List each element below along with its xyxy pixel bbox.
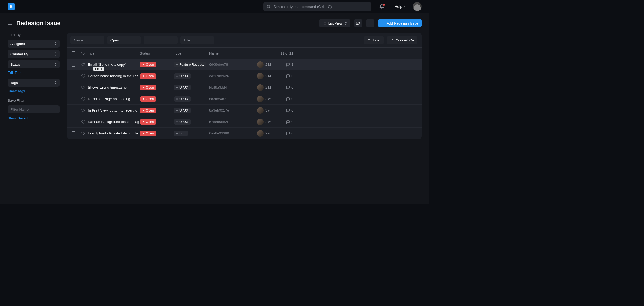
table-row[interactable]: Email "Send me a copy" Open Feature Requ… [67, 59, 422, 70]
type-badge: UI/UX [174, 119, 191, 125]
row-checkbox[interactable] [72, 120, 75, 124]
row-title[interactable]: Kanban Background disable pag [88, 120, 140, 124]
more-horizontal-icon [368, 21, 372, 25]
assignee-avatar[interactable] [257, 61, 264, 68]
row-comments[interactable]: 0 [279, 120, 293, 124]
row-checkbox[interactable] [72, 131, 75, 135]
filter-status-field[interactable]: Open [107, 36, 141, 44]
tags-select[interactable]: Tags [8, 79, 60, 87]
favorite-icon[interactable] [81, 109, 88, 112]
help-menu[interactable]: Help [394, 4, 407, 9]
table-row[interactable]: File Upload - Private File Toggle Open B… [67, 128, 422, 139]
filter-field-3[interactable] [144, 36, 178, 44]
col-name[interactable]: Name [209, 51, 255, 55]
table-row[interactable]: Person name missing in the Lea Open UI/U… [67, 70, 422, 82]
view-selector[interactable]: List View [319, 19, 350, 27]
row-age: 2 M [265, 86, 279, 89]
row-title[interactable]: Shows wrong timestamp [88, 85, 140, 89]
favorite-icon[interactable] [81, 97, 88, 101]
table-row[interactable]: Recorder Page not loading Open UI/UX dd3… [67, 93, 422, 105]
row-title[interactable]: Recorder Page not loading [88, 97, 140, 101]
row-title[interactable]: Email "Send me a copy" [88, 62, 140, 67]
row-title[interactable]: File Upload - Private File Toggle [88, 131, 140, 135]
save-filter-heading: Save Filter [8, 98, 60, 103]
filter-button[interactable]: Filter [364, 36, 384, 44]
col-status[interactable]: Status [140, 51, 174, 55]
row-checkbox[interactable] [72, 86, 75, 89]
sort-button[interactable]: Created On [387, 36, 417, 44]
row-name: 6aa8e93360 [209, 131, 255, 135]
sidebar-toggle-icon[interactable] [8, 21, 13, 26]
filter-heading: Filter By [8, 33, 60, 37]
search-input[interactable] [273, 5, 368, 9]
status-badge: Open [140, 62, 156, 67]
assignee-avatar[interactable] [257, 130, 264, 137]
col-title[interactable]: Title [88, 51, 140, 55]
view-selector-label: List View [328, 21, 342, 25]
add-button[interactable]: Add Redesign Issue [378, 19, 422, 27]
row-name: 6d09efee78 [209, 62, 255, 67]
row-title[interactable]: In Print View, button to revert to [88, 108, 140, 112]
favorite-icon[interactable] [81, 63, 88, 67]
favorite-icon[interactable] [81, 120, 88, 124]
filter-select-label: Created By [10, 52, 28, 56]
assignee-avatar[interactable] [257, 73, 264, 79]
refresh-button[interactable] [354, 19, 362, 27]
row-comments[interactable]: 0 [279, 86, 293, 89]
select-all-checkbox[interactable] [72, 51, 75, 55]
edit-filters-link[interactable]: Edit Filters [8, 71, 60, 75]
favorite-icon[interactable] [81, 86, 88, 89]
filter-name-field[interactable] [70, 36, 104, 44]
user-avatar[interactable] [413, 2, 422, 11]
more-menu-button[interactable] [366, 19, 374, 27]
favorite-column-icon[interactable] [81, 51, 88, 55]
show-saved-link[interactable]: Show Saved [8, 116, 60, 120]
row-title[interactable]: Person name missing in the Lea [88, 74, 140, 78]
add-button-label: Add Redesign Issue [387, 21, 418, 25]
filter-select-assigned-to[interactable]: Assigned To [8, 40, 60, 48]
status-badge: Open [140, 131, 156, 136]
column-filter-bar: Open Filter Created On [67, 33, 422, 47]
assignee-avatar[interactable] [257, 119, 264, 125]
svg-point-12 [370, 23, 370, 23]
show-tags-link[interactable]: Show Tags [8, 89, 60, 93]
row-name: 8a3eb9017e [209, 108, 255, 112]
assignee-avatar[interactable] [257, 84, 264, 91]
notification-dot [383, 4, 385, 6]
table-row[interactable]: In Print View, button to revert to Open … [67, 105, 422, 116]
favorite-icon[interactable] [81, 131, 88, 135]
col-type[interactable]: Type [174, 51, 209, 55]
row-checkbox[interactable] [72, 97, 75, 101]
plus-icon [381, 22, 385, 25]
topbar: E Help [0, 0, 429, 13]
filter-title-field[interactable] [180, 36, 214, 44]
sort-arrows-icon [55, 63, 57, 66]
svg-point-11 [369, 23, 369, 23]
row-checkbox[interactable] [72, 63, 75, 67]
row-age: 2 M [265, 74, 279, 78]
filter-select-status[interactable]: Status [8, 60, 60, 68]
row-checkbox[interactable] [72, 109, 75, 112]
row-comments[interactable]: 0 [279, 131, 293, 135]
global-search[interactable] [263, 2, 371, 11]
favorite-icon[interactable] [81, 74, 88, 78]
svg-point-13 [371, 23, 371, 23]
row-comments[interactable]: 0 [279, 74, 293, 78]
notifications-button[interactable] [379, 4, 384, 9]
assignee-avatar[interactable] [257, 96, 264, 102]
row-checkbox[interactable] [72, 74, 75, 78]
row-comments[interactable]: 1 [279, 63, 293, 67]
row-comments[interactable]: 0 [279, 109, 293, 112]
table-row[interactable]: Shows wrong timestamp Open UI/UX fdaf9a8… [67, 82, 422, 93]
sort-icon [390, 38, 394, 42]
sort-arrows-icon [345, 22, 347, 25]
filter-button-label: Filter [373, 38, 381, 42]
filter-name-input[interactable] [8, 105, 60, 113]
type-badge: UI/UX [174, 73, 191, 79]
filter-select-created-by[interactable]: Created By [8, 50, 60, 58]
assignee-avatar[interactable] [257, 107, 264, 114]
table-row[interactable]: Kanban Background disable pag Open UI/UX… [67, 116, 422, 128]
svg-line-1 [270, 7, 270, 8]
row-comments[interactable]: 0 [279, 97, 293, 101]
app-logo[interactable]: E [8, 3, 15, 10]
